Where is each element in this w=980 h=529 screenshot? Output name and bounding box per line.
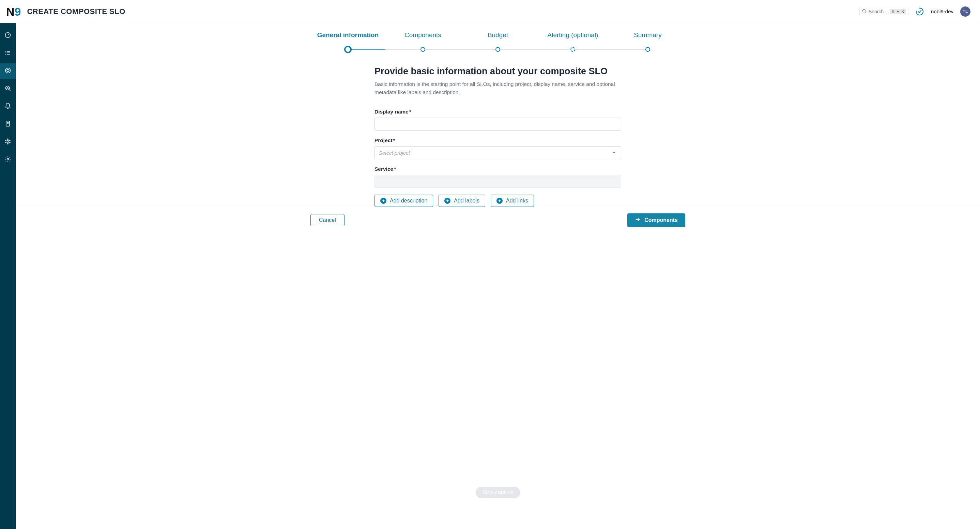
add-labels-button[interactable]: + Add labels (439, 194, 485, 207)
step-dot-1 (344, 46, 352, 53)
step-dot-2 (420, 47, 425, 52)
logo-n: N (6, 6, 15, 18)
org-name[interactable]: nobl9-dev (931, 8, 953, 14)
search-icon (862, 8, 867, 14)
field-display-name: Display name* (374, 109, 621, 131)
add-links-label: Add links (506, 198, 528, 204)
page-title: CREATE COMPOSITE SLO (27, 7, 125, 16)
form-content: Provide basic information about your com… (372, 66, 624, 207)
sidebar-item-analytics[interactable] (0, 81, 16, 97)
step-components[interactable]: Components (385, 31, 460, 39)
step-labels-row: General information Components Budget Al… (310, 31, 685, 39)
required-mark: * (393, 137, 395, 143)
wizard-stepper: General information Components Budget Al… (16, 23, 980, 57)
sidebar-item-settings[interactable] (0, 152, 16, 168)
brand-logo[interactable]: N9 (6, 6, 21, 18)
avatar[interactable]: TL (960, 6, 970, 17)
svg-point-20 (5, 140, 6, 141)
svg-point-12 (7, 70, 9, 72)
step-dot-5 (645, 47, 650, 52)
required-mark: * (394, 166, 396, 172)
sidebar-item-reports[interactable] (0, 116, 16, 132)
sidebar-item-alerts[interactable] (0, 99, 16, 115)
svg-point-22 (5, 142, 6, 143)
step-dot-4 (570, 47, 575, 52)
project-select-placeholder: Select project (379, 150, 410, 156)
svg-point-8 (5, 51, 6, 52)
svg-line-1 (865, 12, 866, 13)
search-box[interactable]: Search... ⌘ + K (859, 7, 908, 16)
step-track (310, 46, 685, 53)
label-display-name: Display name* (374, 109, 621, 115)
svg-point-24 (7, 158, 9, 160)
add-extras-row: + Add description + Add labels + Add lin… (374, 194, 621, 207)
sidebar-item-target[interactable] (0, 64, 16, 79)
svg-point-10 (5, 54, 6, 54)
step-summary[interactable]: Summary (610, 31, 685, 39)
list-icon (5, 49, 11, 57)
next-button-label: Components (644, 217, 678, 223)
target-icon (5, 67, 11, 75)
plus-circle-icon: + (496, 198, 503, 204)
analytics-icon (5, 85, 11, 93)
plus-circle-icon: + (444, 198, 450, 204)
add-labels-label: Add labels (454, 198, 479, 204)
stop-capture-label: Stop capture (482, 489, 514, 495)
bell-icon (5, 103, 11, 111)
document-icon (5, 120, 11, 129)
wizard-footer-inner: Cancel Components (310, 214, 685, 227)
left-sidebar (0, 23, 16, 529)
field-project: Project* Select project (374, 137, 621, 159)
step-budget[interactable]: Budget (460, 31, 535, 39)
label-project: Project* (374, 137, 621, 143)
label-service: Service* (374, 166, 621, 172)
svg-point-21 (10, 140, 10, 141)
field-service: Service* (374, 166, 621, 188)
cancel-button[interactable]: Cancel (310, 214, 345, 226)
label-display-name-text: Display name (374, 109, 409, 115)
track-segment-done (348, 49, 385, 50)
gauge-icon (5, 32, 11, 40)
stop-capture-chip[interactable]: Stop capture (476, 487, 520, 498)
top-bar-right: Search... ⌘ + K nobl9-dev TL (859, 6, 970, 17)
sidebar-item-gauge[interactable] (0, 28, 16, 44)
svg-line-14 (9, 90, 11, 91)
project-select[interactable]: Select project (374, 146, 621, 159)
next-button[interactable]: Components (627, 214, 685, 227)
svg-point-18 (8, 139, 8, 139)
add-description-button[interactable]: + Add description (374, 194, 433, 207)
arrow-right-icon (635, 217, 640, 224)
svg-point-23 (10, 142, 10, 143)
chevron-down-icon (611, 150, 617, 156)
add-links-button[interactable]: + Add links (491, 194, 534, 207)
step-alerting[interactable]: Alerting (optional) (535, 31, 610, 39)
wizard-footer: Cancel Components (16, 207, 980, 233)
top-bar: N9 CREATE COMPOSITE SLO Search... ⌘ + K … (0, 0, 980, 23)
plus-circle-icon: + (380, 198, 387, 204)
sidebar-item-list[interactable] (0, 46, 16, 61)
label-service-text: Service (374, 166, 393, 172)
cog-solid-icon (5, 138, 11, 146)
display-name-input[interactable] (374, 118, 621, 131)
step-general-information[interactable]: General information (310, 31, 385, 39)
top-bar-left: N9 CREATE COMPOSITE SLO (6, 6, 126, 18)
logo-9: 9 (15, 6, 21, 18)
gear-icon (5, 156, 11, 164)
svg-point-9 (5, 53, 6, 53)
search-kbd-hint: ⌘ + K (890, 9, 906, 14)
label-project-text: Project (374, 137, 393, 143)
svg-point-0 (862, 9, 865, 12)
add-description-label: Add description (390, 198, 427, 204)
main-area: General information Components Budget Al… (16, 23, 980, 529)
svg-point-19 (8, 143, 8, 144)
body-wrap: General information Components Budget Al… (0, 23, 980, 529)
progress-ring-icon[interactable] (915, 7, 924, 16)
form-subheading: Basic information is the starting point … (374, 80, 621, 96)
service-input (374, 175, 621, 188)
required-mark: * (409, 109, 411, 115)
sidebar-item-integrations[interactable] (0, 134, 16, 150)
search-placeholder-text: Search... (869, 9, 888, 14)
form-heading: Provide basic information about your com… (374, 66, 621, 77)
step-dot-3 (495, 47, 500, 52)
